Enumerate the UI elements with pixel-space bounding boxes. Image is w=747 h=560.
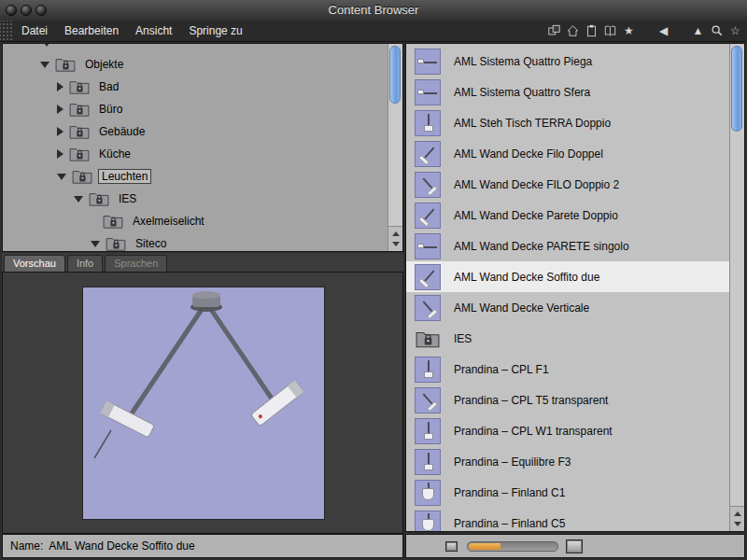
back-icon[interactable]: ◀: [655, 22, 671, 39]
scroll-up-icon[interactable]: [734, 511, 741, 516]
lamp-thumbnail: [415, 203, 441, 229]
list-item-label: Prandina – Equilibre F3: [454, 455, 571, 469]
tree-item-objekte[interactable]: Objekte: [3, 53, 388, 76]
list-item[interactable]: Prandina – Finland C5: [406, 508, 729, 532]
catalog-folder-lock-icon: [69, 101, 90, 118]
disclosure-closed-icon[interactable]: [57, 105, 63, 114]
menu-bar: Datei Bearbeiten Ansicht Springe zu ★ ◀ …: [0, 21, 747, 42]
disclosure-closed-icon[interactable]: [57, 127, 63, 136]
tree-scrollbar[interactable]: [388, 44, 402, 251]
catalog-tree-panel: Objekte Bad Büro Gebäude Küche Leuchten: [2, 43, 403, 252]
list-item[interactable]: AML Sistema Quattro Piega: [406, 46, 729, 77]
list-item[interactable]: AML Wand Decke Filo Doppel: [406, 138, 729, 169]
palette-grip[interactable]: [0, 21, 13, 41]
scroll-up-icon[interactable]: [392, 231, 400, 236]
list-item[interactable]: IES: [406, 323, 729, 354]
catalog-folder-lock-icon: [103, 213, 123, 230]
tree-partial-disclosure-triangle[interactable]: [42, 43, 51, 47]
list-item[interactable]: AML Wand Decke PARETE singolo: [406, 231, 729, 261]
list-item-label: AML Wand Decke Soffito due: [454, 271, 599, 284]
tree-item-buero[interactable]: Büro: [3, 98, 388, 120]
disclosure-open-icon[interactable]: [91, 241, 100, 247]
disclosure-open-icon[interactable]: [40, 62, 49, 68]
home-icon[interactable]: [565, 22, 581, 39]
list-item-selected[interactable]: AML Wand Decke Soffito due: [406, 261, 744, 292]
list-scrollbar-buttons[interactable]: [730, 506, 744, 531]
list-item[interactable]: AML Wand Decke Verticale: [406, 292, 729, 323]
thumbnail-size-slider[interactable]: [467, 541, 558, 552]
menu-datei[interactable]: Datei: [13, 21, 56, 41]
list-item[interactable]: AML Wand Decke FILO Doppio 2: [406, 169, 729, 200]
list-scrollbar[interactable]: [729, 44, 744, 531]
tree-scrollbar-buttons[interactable]: [388, 226, 402, 251]
list-item[interactable]: Prandina – Equilibre F3: [406, 446, 729, 477]
favorites-star-icon[interactable]: ☆: [727, 22, 743, 39]
toolbar-spacer: [674, 31, 687, 32]
tree-item-siteco[interactable]: Siteco: [3, 232, 388, 252]
list-item-label: AML Sistema Quattro Piega: [454, 55, 592, 68]
catalog-folder-lock-icon: [69, 146, 90, 162]
list-item-label: Prandina – CPL W1 transparent: [454, 425, 613, 438]
tree-item-bad[interactable]: Bad: [3, 76, 388, 98]
browse-cards-icon[interactable]: [546, 22, 562, 39]
list-item-label: AML Wand Decke Verticale: [454, 301, 589, 315]
preview-image: [83, 287, 324, 519]
title-bar: Content Browser: [0, 0, 747, 21]
tab-sprachen[interactable]: Sprachen: [105, 255, 167, 272]
list-item-label: AML Wand Decke PARETE singolo: [454, 240, 629, 253]
menu-springe-zu[interactable]: Springe zu: [180, 21, 250, 41]
tree-item-ies[interactable]: IES: [3, 188, 388, 210]
tab-info[interactable]: Info: [67, 255, 103, 272]
catalog-book-icon[interactable]: [602, 22, 618, 39]
tree-item-kueche[interactable]: Küche: [3, 143, 388, 165]
disclosure-open-icon[interactable]: [74, 196, 83, 203]
list-item[interactable]: Prandina – Finland C1: [406, 477, 729, 508]
lamp-thumbnail: [415, 387, 441, 413]
search-icon[interactable]: [709, 22, 725, 39]
disclosure-open-icon[interactable]: [57, 174, 66, 180]
content-list-panel: AML Sistema Quattro Piega AML Sistema Qu…: [405, 43, 745, 532]
toolbar-spacer: [640, 31, 653, 32]
tab-vorschau[interactable]: Vorschau: [4, 255, 65, 272]
thumbnail-size-slider-fill[interactable]: [469, 543, 500, 550]
list-item[interactable]: AML Sistema Quattro Sfera: [406, 77, 729, 107]
list-item[interactable]: Prandina – CPL T5 transparent: [406, 385, 729, 415]
list-item-label: IES: [454, 332, 472, 345]
catalog-folder-lock-icon: [106, 235, 126, 252]
tree-item-axelmeiselicht[interactable]: Axelmeiselicht: [3, 210, 388, 232]
scroll-down-icon[interactable]: [392, 242, 400, 246]
lamp-thumbnail: [415, 357, 441, 383]
catalog-folder-lock-icon: [89, 190, 109, 207]
menu-ansicht[interactable]: Ansicht: [127, 21, 180, 41]
list-item[interactable]: AML Wand Decke Parete Doppio: [406, 200, 729, 231]
preview-tabs: Vorschau Info Sprachen: [2, 253, 403, 272]
up-icon[interactable]: ▲: [690, 22, 706, 39]
bookmark-star-icon[interactable]: ★: [621, 22, 637, 39]
list-item[interactable]: Prandina – CPL W1 transparent: [406, 415, 729, 446]
clipboard-icon[interactable]: [584, 22, 599, 39]
catalog-folder-lock-icon: [55, 56, 76, 73]
list-item[interactable]: Prandina – CPL F1: [406, 354, 729, 385]
lamp-thumbnail: [415, 79, 441, 105]
catalog-folder-lock-icon: [69, 123, 90, 140]
list-scrollbar-thumb[interactable]: [731, 46, 742, 132]
disclosure-closed-icon[interactable]: [57, 82, 63, 91]
folder-lock-icon: [415, 326, 441, 352]
menu-bearbeiten[interactable]: Bearbeiten: [56, 21, 127, 41]
lamp-thumbnail: [415, 264, 441, 290]
lamp-thumbnail: [415, 172, 441, 198]
tree-item-gebaeude[interactable]: Gebäude: [3, 120, 388, 143]
list-item-label: AML Wand Decke Parete Doppio: [454, 209, 618, 222]
catalog-folder-lock-icon: [69, 78, 90, 95]
tree-scrollbar-thumb[interactable]: [389, 46, 401, 104]
list-item[interactable]: AML Steh Tisch TERRA Doppio: [406, 107, 729, 138]
disclosure-closed-icon[interactable]: [57, 149, 63, 159]
list-item-label: Prandina – Finland C5: [454, 517, 565, 530]
list-item-label: Prandina – CPL F1: [454, 363, 549, 376]
preview-name-strip: Name:AML Wand Decke Soffito due: [2, 534, 403, 558]
scroll-down-icon[interactable]: [734, 522, 741, 526]
lamp-thumbnail: [415, 233, 441, 259]
menu-toolbar: ★ ◀ ▲ ☆: [546, 21, 743, 41]
name-value: AML Wand Decke Soffito due: [49, 539, 194, 553]
tree-item-leuchten[interactable]: Leuchten: [3, 165, 388, 188]
